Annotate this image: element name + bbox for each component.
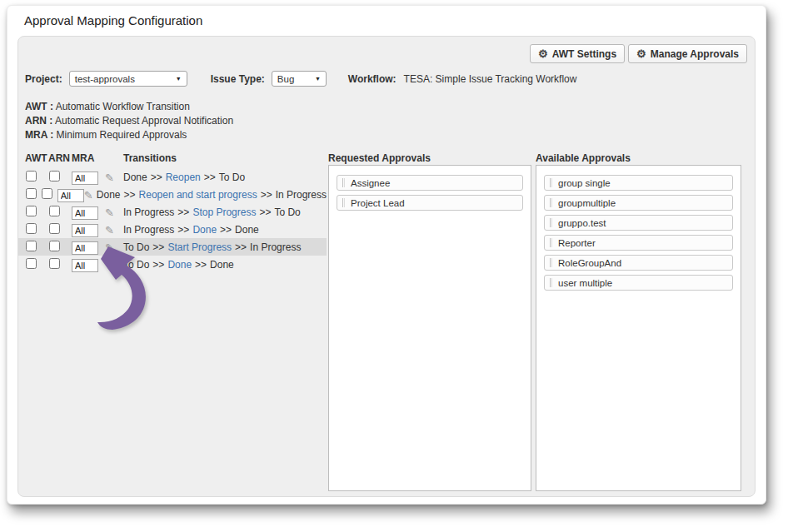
approval-item-label: gruppo.test	[558, 218, 606, 228]
available-approval-item[interactable]: groupmultiple	[544, 195, 733, 211]
transition-from-status: Done	[97, 189, 121, 201]
edit-pencil-icon[interactable]: ✎	[105, 259, 114, 271]
mra-input[interactable]	[72, 206, 98, 220]
requested-approval-item[interactable]: Assignee	[337, 175, 523, 191]
project-select[interactable]: test-approvals ▼	[69, 71, 187, 87]
transition-from-status: In Progress	[123, 206, 174, 218]
available-approval-item[interactable]: gruppo.test	[544, 215, 733, 231]
edit-pencil-icon[interactable]: ✎	[105, 241, 114, 254]
approval-item-label: groupmultiple	[558, 198, 616, 208]
transition-separator: >>	[261, 189, 272, 201]
edit-pencil-icon[interactable]: ✎	[105, 172, 114, 184]
legend-abbr: MRA :	[25, 129, 53, 141]
transition-to-status: To Do	[219, 172, 245, 183]
transition-separator: >>	[259, 206, 271, 218]
legend-line: ARN : Automatic Request Approval Notific…	[25, 114, 233, 128]
transition-action-link[interactable]: Start Progress	[167, 241, 232, 253]
drag-grip-icon	[342, 178, 345, 187]
transition-to-status: Done	[235, 224, 259, 236]
legend-line: AWT : Automatic Workflow Transition	[25, 100, 233, 114]
available-approval-item[interactable]: Reporter	[544, 235, 733, 251]
awt-checkbox[interactable]	[26, 171, 37, 181]
drag-grip-icon	[550, 218, 552, 227]
drag-grip-icon	[550, 238, 552, 247]
manage-approvals-button[interactable]: ⚙ Manage Approvals	[628, 44, 747, 63]
transition-separator: >>	[124, 189, 136, 201]
transition-separator: >>	[152, 241, 164, 253]
approval-item-label: RoleGroupAnd	[558, 258, 621, 268]
arn-checkbox[interactable]	[49, 171, 60, 181]
mra-input[interactable]	[72, 259, 98, 272]
transition-text: Done >> Reopen and start progress >> In …	[97, 189, 327, 201]
transition-text: To Do >> Start Progress >> In Progress	[123, 241, 301, 253]
transitions-table-header: AWT ARN MRA Transitions	[18, 152, 327, 164]
arn-checkbox[interactable]	[49, 206, 60, 216]
transitions-table: ✎ Done >> Reopen >> To Do ✎	[18, 168, 327, 273]
filter-row: Project: test-approvals ▼ Issue Type: Bu…	[25, 71, 576, 87]
transition-action-link[interactable]: Done	[167, 259, 192, 271]
chevron-down-icon: ▼	[176, 76, 182, 82]
legend-text: Automatic Request Approval Notification	[55, 115, 233, 127]
legend-text: Minimum Required Approvals	[57, 129, 187, 141]
available-approvals-panel: group single groupmultiple gruppo.test	[536, 165, 741, 491]
available-approval-item[interactable]: user multiple	[544, 275, 733, 291]
transition-separator: >>	[177, 224, 189, 236]
transition-separator: >>	[220, 224, 232, 236]
chevron-down-icon: ▼	[315, 76, 321, 82]
arn-checkbox[interactable]	[42, 188, 52, 199]
transition-row: ✎ Done >> Reopen and start progress >> I…	[18, 186, 327, 203]
requested-approvals-list: Assignee Project Lead	[329, 166, 531, 220]
awt-settings-button[interactable]: ⚙ AWT Settings	[530, 44, 625, 63]
transition-row: ✎ To Do >> Done >> Done	[18, 256, 327, 273]
requested-approval-item[interactable]: Project Lead	[337, 195, 523, 211]
transition-from-status: To Do	[123, 241, 149, 253]
workflow-label: Workflow:	[348, 73, 396, 85]
transition-separator: >>	[177, 206, 189, 218]
issue-type-select[interactable]: Bug ▼	[272, 71, 327, 87]
transition-action-link[interactable]: Reopen	[166, 172, 201, 183]
awt-column-header: AWT	[25, 152, 48, 164]
arn-checkbox[interactable]	[49, 223, 60, 234]
transition-text: To Do >> Done >> Done	[123, 259, 234, 271]
transitions-column-header: Transitions	[123, 152, 177, 164]
issue-type-select-value: Bug	[277, 74, 294, 84]
gear-icon: ⚙	[538, 48, 548, 59]
transition-row: ✎ In Progress >> Done >> Done	[18, 221, 327, 238]
approval-item-label: Reporter	[558, 238, 596, 248]
transition-separator: >>	[152, 259, 164, 271]
available-approval-item[interactable]: RoleGroupAnd	[544, 255, 733, 271]
approval-item-label: Assignee	[351, 178, 390, 188]
mra-input[interactable]	[72, 172, 98, 185]
legend-line: MRA : Minimum Required Approvals	[25, 128, 233, 142]
transition-row: ✎ In Progress >> Stop Progress >> To Do	[18, 203, 327, 221]
edit-pencil-icon[interactable]: ✎	[105, 224, 114, 236]
transition-to-status: Done	[210, 259, 234, 271]
legend-abbr: AWT :	[25, 101, 53, 112]
transition-action-link[interactable]: Reopen and start progress	[139, 189, 257, 201]
transition-text: Done >> Reopen >> To Do	[123, 172, 245, 183]
transition-action-link[interactable]: Done	[192, 224, 217, 236]
mra-input[interactable]	[57, 189, 84, 202]
arn-column-header: ARN	[48, 152, 72, 164]
transition-separator: >>	[195, 259, 207, 271]
edit-pencil-icon[interactable]: ✎	[105, 206, 114, 219]
awt-checkbox[interactable]	[26, 258, 37, 269]
awt-checkbox[interactable]	[26, 223, 37, 234]
mra-input[interactable]	[72, 224, 98, 237]
issue-type-label: Issue Type:	[211, 73, 265, 85]
available-approvals-title: Available Approvals	[536, 152, 631, 164]
awt-checkbox[interactable]	[26, 188, 37, 199]
arn-checkbox[interactable]	[49, 258, 60, 269]
edit-pencil-icon[interactable]: ✎	[84, 189, 93, 201]
available-approval-item[interactable]: group single	[544, 175, 733, 191]
transition-action-link[interactable]: Stop Progress	[192, 206, 256, 218]
awt-checkbox[interactable]	[26, 206, 37, 216]
arn-checkbox[interactable]	[49, 241, 60, 251]
toolbar: ⚙ AWT Settings ⚙ Manage Approvals	[530, 44, 747, 63]
transition-row: ✎ Done >> Reopen >> To Do	[18, 168, 327, 186]
awt-checkbox[interactable]	[26, 241, 37, 251]
transition-separator: >>	[151, 172, 162, 183]
drag-grip-icon	[550, 178, 552, 187]
mra-input[interactable]	[72, 241, 98, 255]
requested-approvals-panel: Assignee Project Lead	[328, 165, 531, 491]
